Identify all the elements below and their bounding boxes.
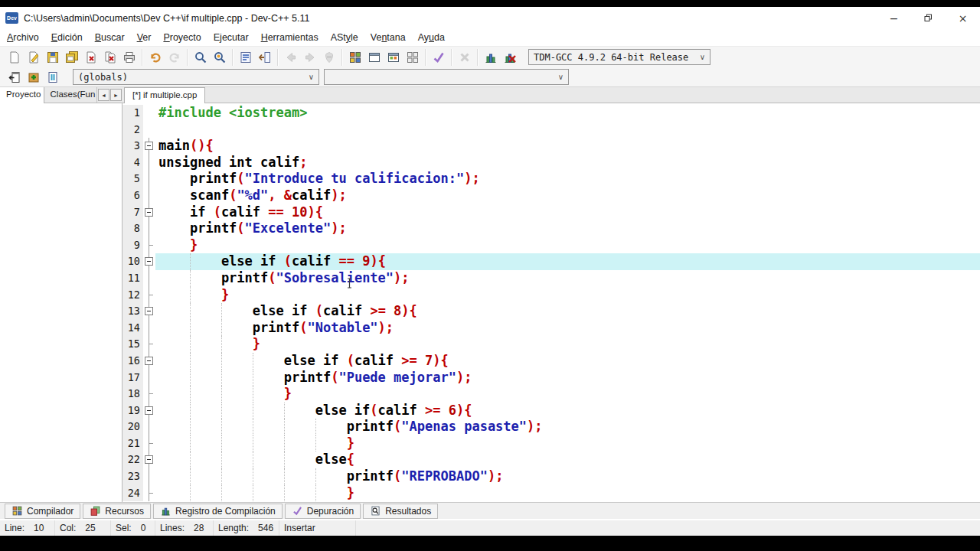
save-button[interactable]	[43, 48, 62, 67]
indent-guide	[190, 336, 221, 353]
syntax-check-button[interactable]	[429, 48, 448, 67]
code-line-6[interactable]: 6scanf("%d", &calif);	[122, 187, 980, 204]
new-file-button[interactable]	[5, 48, 24, 67]
code-line-16[interactable]: 16else if (calif >= 7){	[122, 353, 980, 370]
minimize-button[interactable]: −	[877, 7, 911, 29]
menu-item-proyecto[interactable]: Proyecto	[157, 31, 207, 44]
editor-tab-if-multiple[interactable]: [*] if multiple.cpp	[124, 87, 205, 103]
close-button[interactable]: ×	[946, 7, 980, 29]
code-text: printf("Introduce tu calificacion:");	[155, 171, 980, 187]
compile-icon	[348, 51, 362, 64]
code-line-10[interactable]: 10else if (calif == 9){	[122, 253, 980, 270]
code-line-18[interactable]: 18}	[122, 386, 980, 403]
open-file-button[interactable]	[24, 48, 43, 67]
status-length: Length:546	[214, 520, 279, 536]
restore-button[interactable]	[911, 7, 946, 29]
code-editor[interactable]: 1#include <iostream>23main(){4unsigned i…	[122, 103, 980, 502]
goto-line-button[interactable]	[236, 48, 255, 67]
code-line-2[interactable]: 2	[122, 122, 980, 139]
project-window-button[interactable]	[5, 68, 24, 86]
code-line-3[interactable]: 3main(){	[122, 138, 980, 155]
compile-run-button[interactable]	[384, 48, 403, 67]
code-line-5[interactable]: 5printf("Introduce tu calificacion:");	[122, 171, 980, 187]
replace-button[interactable]	[210, 48, 229, 67]
code-line-13[interactable]: 13else if (calif >= 8){	[122, 303, 980, 320]
bottom-tab-recursos[interactable]: Recursos	[83, 504, 151, 519]
indent-guide	[284, 468, 315, 485]
add-file-button[interactable]	[24, 68, 43, 86]
code-line-1[interactable]: 1#include <iostream>	[122, 105, 980, 122]
menu-item-archivo[interactable]: Archivo	[1, 31, 45, 44]
code-line-24[interactable]: 24}	[122, 485, 980, 502]
code-line-20[interactable]: 20printf("Apenas pasaste");	[122, 419, 980, 435]
project-panel	[0, 103, 122, 502]
save-all-button[interactable]	[62, 48, 81, 67]
menu-item-ayuda[interactable]: Ayuda	[412, 31, 451, 44]
menu-item-buscar[interactable]: Buscar	[89, 31, 131, 44]
code-line-11[interactable]: 11printf("Sobresaliente");	[122, 270, 980, 287]
undo-button[interactable]	[145, 48, 165, 67]
fold-toggle[interactable]	[145, 142, 153, 150]
code-text: }	[155, 237, 980, 254]
fold-toggle[interactable]	[145, 257, 153, 266]
menu-item-ejecutar[interactable]: Ejecutar	[207, 31, 255, 44]
profile-delete-button[interactable]	[500, 48, 519, 67]
code-lines: 1#include <iostream>23main(){4unsigned i…	[122, 105, 980, 501]
menu-item-ver[interactable]: Ver	[131, 31, 158, 44]
menu-item-edición[interactable]: Edición	[45, 31, 89, 44]
fold-margin	[143, 204, 155, 221]
fold-toggle[interactable]	[145, 406, 153, 415]
bottom-tab-depuración[interactable]: Depuración	[285, 504, 361, 519]
menu-item-astyle[interactable]: AStyle	[325, 31, 364, 44]
code-line-7[interactable]: 7if (calif == 10){	[122, 204, 980, 221]
bottom-tab-compilador[interactable]: Compilador	[5, 504, 80, 519]
code-line-9[interactable]: 9}	[122, 237, 980, 254]
tab-proyecto[interactable]: Proyecto	[0, 87, 44, 103]
tab-clases[interactable]: Clases(Fun	[44, 87, 97, 103]
fold-toggle[interactable]	[145, 357, 153, 365]
menu-item-ventana[interactable]: Ventana	[364, 31, 412, 44]
code-line-19[interactable]: 19else if(calif >= 6){	[122, 403, 980, 419]
code-line-4[interactable]: 4unsigned int calif;	[122, 155, 980, 171]
fold-toggle[interactable]	[145, 455, 153, 464]
members-select[interactable]: ∨	[324, 69, 569, 85]
compiler-select[interactable]: TDM-GCC 4.9.2 64-bit Release ∨	[528, 49, 710, 65]
fold-margin	[143, 105, 155, 122]
remove-file-button[interactable]	[43, 68, 62, 86]
fold-toggle[interactable]	[145, 208, 153, 217]
indent-guide	[253, 353, 284, 370]
compile-button[interactable]	[345, 48, 364, 67]
rebuild-button[interactable]	[403, 48, 422, 67]
fold-margin	[143, 171, 155, 187]
tab-scroll-right-icon[interactable]: ►	[110, 89, 122, 101]
code-line-17[interactable]: 17printf("Puede mejorar");	[122, 370, 980, 386]
redo-button	[165, 48, 184, 67]
status-insertar: Insertar	[279, 520, 356, 536]
bottom-tab-resultados[interactable]: Resultados	[363, 504, 438, 519]
find-button[interactable]	[191, 48, 210, 67]
code-line-8[interactable]: 8printf("Excelente");	[122, 220, 980, 237]
close-file-button[interactable]	[81, 48, 100, 67]
code-line-14[interactable]: 14printf("Notable");	[122, 320, 980, 337]
debug-shield-button	[319, 48, 338, 67]
code-line-23[interactable]: 23printf("REPROBADO");	[122, 468, 980, 485]
code-line-15[interactable]: 15}	[122, 336, 980, 353]
code-line-22[interactable]: 22else{	[122, 452, 980, 468]
tab-scroll-left-icon[interactable]: ◄	[98, 89, 109, 101]
bottom-tab-label: Compilador	[27, 506, 74, 517]
close-all-button[interactable]	[100, 48, 119, 67]
print-button[interactable]	[119, 48, 139, 67]
swap-view-button[interactable]	[255, 48, 274, 67]
code-line-21[interactable]: 21}	[122, 435, 980, 452]
indent-guide	[190, 353, 221, 370]
profile-button[interactable]	[481, 48, 500, 67]
menu-item-herramientas[interactable]: Herramientas	[255, 31, 325, 44]
fold-toggle[interactable]	[145, 307, 153, 315]
indent-guide	[190, 386, 221, 403]
globals-select[interactable]: (globals) ∨	[73, 69, 319, 85]
toolbar-main: TDM-GCC 4.9.2 64-bit Release ∨	[0, 46, 980, 67]
bottom-tab-registro-de-compilación[interactable]: Registro de Compilación	[153, 504, 283, 519]
line-number: 3	[122, 138, 143, 155]
run-button[interactable]	[364, 48, 384, 67]
code-line-12[interactable]: 12}	[122, 287, 980, 304]
